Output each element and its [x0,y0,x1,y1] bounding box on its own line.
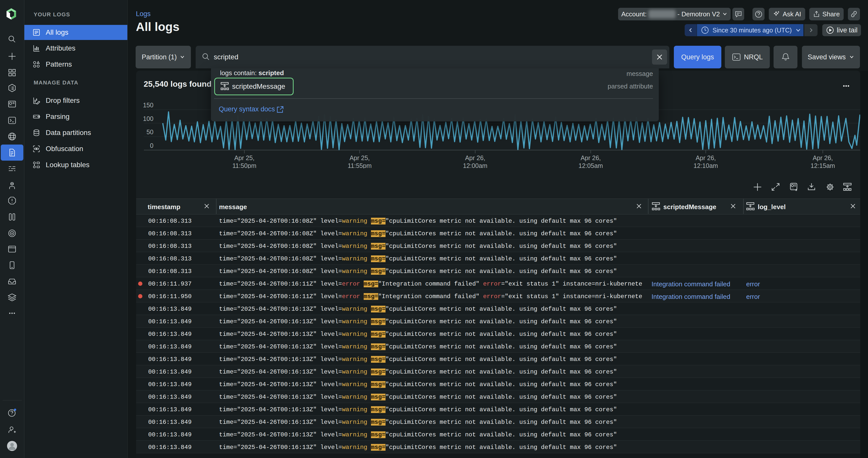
svg-text:11:50pm: 11:50pm [232,162,256,168]
svg-text:Apr 26,: Apr 26, [813,154,833,162]
svg-text:12:10am: 12:10am [693,162,718,168]
svg-text:12:00am: 12:00am [463,162,487,168]
svg-text:12:15am: 12:15am [810,162,835,168]
svg-text:Apr 26,: Apr 26, [696,154,716,162]
svg-text:Apr 26,: Apr 26, [581,154,601,162]
svg-text:Apr 26,: Apr 26, [465,154,486,162]
svg-text:150: 150 [143,102,153,109]
svg-text:50: 50 [147,128,153,136]
svg-text:Apr 25,: Apr 25, [350,154,370,162]
svg-text:11:55pm: 11:55pm [348,162,371,168]
svg-text:Apr 25,: Apr 25, [234,154,255,162]
svg-text:100: 100 [143,115,153,122]
svg-text:12:05am: 12:05am [579,162,603,168]
svg-text:0: 0 [150,142,153,149]
